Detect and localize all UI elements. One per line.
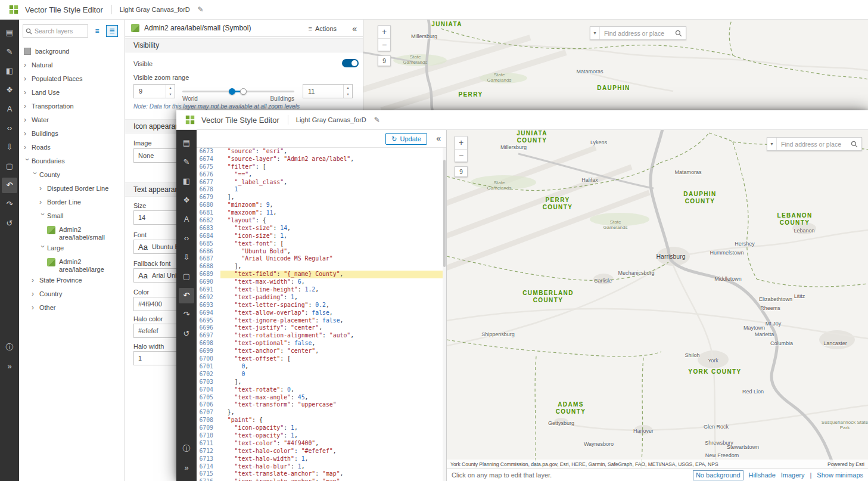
code-line[interactable]: 6693 "text-letter-spacing": 0.2, [197, 302, 443, 309]
detail-view-button[interactable]: ≣ [106, 25, 118, 37]
code-line[interactable]: 6684 "icon-size": 1, [197, 232, 443, 240]
edit-icon[interactable]: ✎ [2, 44, 17, 60]
chevron-collapsed-icon[interactable]: › [24, 130, 32, 137]
layers-icon[interactable]: ▤ [2, 25, 17, 41]
code-line[interactable]: 6690 "text-max-width": 6, [197, 278, 443, 286]
layers-search-input[interactable]: Search layers [23, 24, 88, 38]
code-line[interactable]: 6714 "text-halo-blur": 1, [197, 463, 443, 471]
chevron-collapsed-icon[interactable]: › [24, 89, 32, 96]
code-line[interactable]: 6695 "text-ignore-placement": false, [197, 317, 443, 325]
layer-item[interactable]: ›Country [19, 287, 125, 301]
code-line[interactable]: 6688 ], [197, 263, 443, 271]
main-map[interactable]: JUNIATA COUNTYPERRY COUNTYDAUPHIN COUNTY… [447, 130, 868, 468]
scrollbar-thumb[interactable] [443, 160, 446, 267]
redo-icon[interactable]: ↷ [2, 197, 17, 212]
chevron-collapsed-icon[interactable]: › [24, 103, 32, 110]
layer-item[interactable]: background [19, 45, 125, 58]
code-line[interactable]: 6705 "text-max-angle": 45, [197, 394, 443, 402]
code-line[interactable]: 6706 "text-transform": "uppercase" [197, 401, 443, 409]
bg-map-search[interactable]: ▾ Find address or place [590, 26, 686, 40]
layer-item[interactable]: ›Boundaries [19, 154, 125, 168]
editor-scrollbar[interactable] [443, 148, 446, 481]
slider-handle-min[interactable] [229, 88, 235, 95]
zoom-min-spinner[interactable]: 9 ▴▾ [133, 84, 175, 98]
layer-item[interactable]: ›State Province [19, 274, 125, 287]
code-icon[interactable]: ‹› [179, 231, 194, 246]
fonts-icon[interactable]: A [179, 212, 194, 227]
sprites-icon[interactable]: ❖ [2, 82, 17, 98]
code-line[interactable]: 6712 "text-halo-color": "#efefef", [197, 448, 443, 455]
code-line[interactable]: 6701 0, [197, 363, 443, 371]
duplicate-icon[interactable]: ▢ [179, 269, 194, 284]
chevron-collapsed-icon[interactable]: › [24, 116, 32, 123]
colors-icon[interactable]: ◧ [179, 173, 194, 189]
zoom-in-button[interactable]: + [378, 26, 390, 38]
code-line[interactable]: 6678 1 [197, 186, 443, 194]
chevron-collapsed-icon[interactable]: › [24, 61, 32, 69]
code-line[interactable]: 6700 "text-offset": [ [197, 355, 443, 363]
layer-item[interactable]: ›Populated Places [19, 72, 125, 86]
step-down-icon[interactable]: ▾ [166, 91, 175, 98]
zoom-min-steppers[interactable]: ▴▾ [166, 85, 175, 98]
search-source-caret-icon[interactable]: ▾ [590, 27, 600, 39]
visibility-section-header[interactable]: Visibility [125, 38, 363, 52]
code-line[interactable]: 6685 "text-font": [ [197, 240, 443, 248]
code-line[interactable]: 6696 "text-justify": "center", [197, 324, 443, 332]
basemap-option-hillshade[interactable]: Hillshade [749, 471, 776, 479]
chevron-collapsed-icon[interactable]: › [39, 198, 47, 206]
layer-item[interactable]: ›Natural [19, 58, 125, 72]
main-map-search[interactable]: ▾ Find address or place [767, 137, 862, 151]
fonts-icon[interactable]: A [2, 101, 17, 117]
search-icon[interactable] [847, 141, 861, 148]
expand-icon[interactable]: » [179, 460, 194, 476]
colors-icon[interactable]: ◧ [2, 63, 17, 79]
save-icon[interactable]: ⇩ [179, 250, 194, 265]
zoom-out-button[interactable]: − [455, 149, 467, 162]
code-line[interactable]: 6691 "text-line-height": 1.2, [197, 286, 443, 294]
basemap-option-no-background[interactable]: No background [693, 470, 743, 480]
code-line[interactable]: 6707 }, [197, 409, 443, 417]
code-line[interactable]: 6679 ], [197, 194, 443, 201]
layer-item[interactable]: ›Transportation [19, 100, 125, 113]
code-line[interactable]: 6682 "layout": { [197, 217, 443, 225]
code-line[interactable]: 6673 "source": "esri", [197, 148, 443, 156]
bg-map[interactable]: JUNIATAPERRYDAUPHINMillersburgMatamorasS… [363, 20, 868, 110]
step-down-icon[interactable]: ▾ [344, 91, 352, 98]
zoom-out-button[interactable]: − [378, 38, 390, 51]
layer-item[interactable]: ›Small [19, 209, 125, 223]
code-line[interactable]: 6715 "text-translate-anchor": "map", [197, 470, 443, 478]
edit-style-name-icon[interactable]: ✎ [198, 5, 204, 14]
undo-icon[interactable]: ↶ [2, 178, 17, 193]
update-button[interactable]: ↻ Update [385, 133, 427, 145]
editor-collapse-button[interactable]: « [436, 134, 441, 143]
code-line[interactable]: 6713 "text-halo-width": 1, [197, 455, 443, 463]
layer-item[interactable]: ›County [19, 168, 125, 182]
visible-toggle[interactable] [342, 59, 359, 67]
code-line[interactable]: 6716 "icon-translate-anchor": "map", [197, 478, 443, 481]
slider-handle-max[interactable] [240, 88, 247, 95]
layer-item[interactable]: ›Roads [19, 141, 125, 154]
search-icon[interactable] [671, 30, 686, 37]
step-up-icon[interactable]: ▴ [166, 85, 175, 91]
layers-icon[interactable]: ▤ [179, 135, 194, 151]
info-icon[interactable]: ⓘ [2, 340, 17, 355]
duplicate-icon[interactable]: ▢ [2, 159, 17, 174]
chevron-collapsed-icon[interactable]: › [32, 304, 39, 311]
code-editor[interactable]: 6673 "source": "esri",6674 "source-layer… [197, 148, 443, 481]
code-line[interactable]: 6703 ], [197, 378, 443, 386]
actions-menu[interactable]: ≡ Actions [309, 20, 337, 37]
code-line[interactable]: 6676 "==", [197, 171, 443, 179]
chevron-collapsed-icon[interactable]: › [39, 185, 47, 192]
edit-style-name-icon[interactable]: ✎ [374, 116, 380, 124]
code-line[interactable]: 6698 "text-optional": false, [197, 340, 443, 347]
code-line[interactable]: 6687 "Arial Unicode MS Regular" [197, 255, 443, 263]
redo-icon[interactable]: ↷ [179, 307, 194, 322]
zoom-in-button[interactable]: + [455, 136, 467, 149]
code-icon[interactable]: ‹› [2, 120, 17, 136]
panel-collapse-button[interactable]: « [352, 20, 357, 37]
code-line[interactable]: 6692 "text-padding": 1, [197, 294, 443, 302]
code-line[interactable]: 6694 "text-allow-overlap": false, [197, 309, 443, 317]
layer-item[interactable]: ›Buildings [19, 127, 125, 141]
code-line[interactable]: 6689 "text-field": "{_name} County", [197, 271, 443, 278]
zoom-max-steppers[interactable]: ▴▾ [343, 85, 352, 98]
